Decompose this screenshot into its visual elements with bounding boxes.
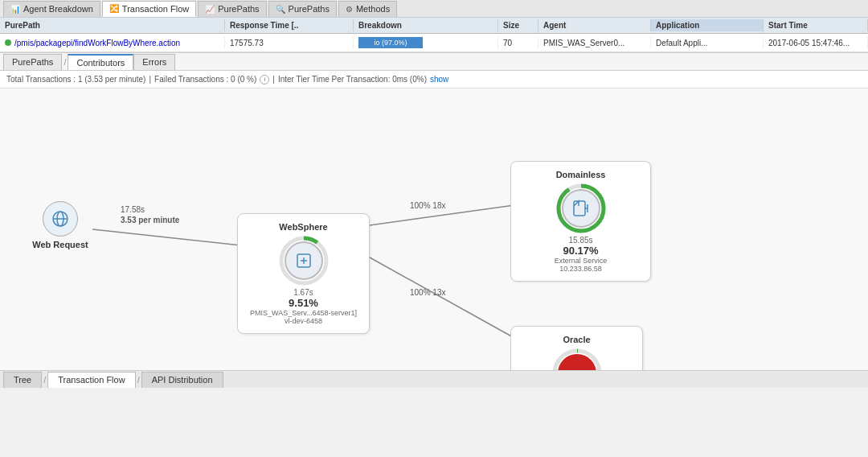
cell-response-time: 17575.73 bbox=[225, 37, 354, 49]
domainless-time: 15.85s bbox=[519, 236, 642, 245]
cell-breakdown: io (97.0%) bbox=[354, 35, 498, 50]
col-start-time: Start Time bbox=[764, 19, 868, 31]
failed-transactions-text: Failed Transactions : 0 (0 %) bbox=[154, 75, 256, 84]
svg-line-2 bbox=[370, 257, 514, 338]
bottom-tab-api-distribution[interactable]: API Distribution bbox=[141, 372, 223, 388]
arrow1-label2: 3.53 per minute bbox=[121, 216, 179, 224]
domainless-ring bbox=[555, 183, 607, 234]
bottom-tab-api-distribution-label: API Distribution bbox=[152, 375, 213, 385]
col-response-time: Response Time [.. bbox=[225, 19, 354, 31]
domainless-title: Domainless bbox=[519, 170, 642, 179]
svg-line-0 bbox=[92, 229, 241, 245]
tab-purepaths1-label: PurePaths bbox=[218, 4, 259, 14]
tab-purepaths2-label: PurePaths bbox=[289, 4, 330, 14]
websphere-inner-icon bbox=[285, 241, 323, 280]
arrow3-label: 100% 13x bbox=[410, 288, 445, 297]
bottom-tab-transaction-flow-label: Transaction Flow bbox=[58, 375, 125, 385]
arrow2-label: 100% 18x bbox=[410, 201, 445, 210]
websphere-sub1: PMIS_WAS_Serv...6458-server1] bbox=[246, 309, 361, 317]
domainless-inner-icon bbox=[562, 189, 600, 228]
sub-tab-separator-1: / bbox=[62, 57, 68, 67]
bottom-tab-sep-1: / bbox=[42, 375, 47, 385]
total-transactions-text: Total Transactions : 1 (3.53 per minute) bbox=[6, 75, 145, 84]
transaction-flow-icon: 🔀 bbox=[109, 4, 119, 13]
domainless-sub1: External Service bbox=[519, 257, 642, 265]
col-breakdown: Breakdown bbox=[354, 19, 498, 31]
col-agent: Agent bbox=[538, 19, 651, 31]
stats-separator-2: | bbox=[272, 75, 275, 84]
purepaths1-icon: 📈 bbox=[205, 5, 215, 14]
table-area: PurePath Response Time [.. Breakdown Siz… bbox=[0, 18, 868, 53]
tab-agent-breakdown-label: Agent Breakdown bbox=[23, 4, 93, 14]
domainless-node[interactable]: Domainless 15.85s 90.17% External Servic… bbox=[510, 161, 651, 282]
websphere-ring bbox=[278, 235, 330, 286]
inter-tier-text: Inter Tier Time Per Transaction: 0ms (0%… bbox=[278, 75, 427, 84]
col-purepath: PurePath bbox=[0, 19, 225, 31]
flow-svg bbox=[0, 89, 868, 370]
sub-tab-purepaths-label: PurePaths bbox=[12, 57, 53, 67]
tab-agent-breakdown[interactable]: 📊 Agent Breakdown bbox=[3, 1, 100, 17]
tab-purepaths-1[interactable]: 📈 PurePaths bbox=[198, 1, 266, 17]
tab-methods[interactable]: ⚙ Methods bbox=[338, 1, 397, 17]
methods-icon: ⚙ bbox=[346, 5, 353, 14]
bottom-tab-sep-2: / bbox=[136, 375, 141, 385]
top-nav-bar: 📊 Agent Breakdown 🔀 Transaction Flow 📈 P… bbox=[0, 0, 868, 18]
websphere-title: WebSphere bbox=[246, 222, 361, 232]
purepaths2-icon: 🔍 bbox=[276, 5, 285, 14]
sub-tab-contributors-label: Contributors bbox=[76, 58, 125, 68]
col-application: Application bbox=[651, 19, 764, 31]
arrow1-label1: 17.58s bbox=[121, 205, 145, 214]
arrow1-time: 17.58s bbox=[121, 205, 145, 214]
table-row[interactable]: /pmis/packagepi/findWorkFlowByWhere.acti… bbox=[0, 34, 868, 52]
table-header: PurePath Response Time [.. Breakdown Siz… bbox=[0, 18, 868, 34]
oracle-node[interactable]: Oracle ORACLE 55.42ms 0.32% ora12c 10.23… bbox=[510, 326, 643, 370]
bottom-tab-tree[interactable]: Tree bbox=[3, 372, 42, 388]
arrow3-text: 100% 13x bbox=[410, 288, 445, 297]
domainless-sub2: 10.233.86.58 bbox=[519, 265, 642, 273]
web-request-icon bbox=[43, 201, 78, 237]
cell-path[interactable]: /pmis/packagepi/findWorkFlowByWhere.acti… bbox=[0, 37, 225, 49]
tab-purepaths-2[interactable]: 🔍 PurePaths bbox=[268, 1, 337, 17]
cell-size: 70 bbox=[498, 37, 538, 49]
sub-tab-contributors[interactable]: Contributors bbox=[68, 54, 133, 70]
col-size: Size bbox=[498, 19, 538, 31]
agent-breakdown-icon: 📊 bbox=[10, 5, 20, 14]
status-dot bbox=[5, 39, 11, 46]
stats-bar: Total Transactions : 1 (3.53 per minute)… bbox=[0, 71, 868, 89]
sub-tab-errors-label: Errors bbox=[142, 57, 166, 67]
breakdown-bar: io (97.0%) bbox=[358, 37, 493, 48]
show-link[interactable]: show bbox=[430, 75, 448, 84]
websphere-node[interactable]: WebSphere 1.67s 9.51% PMIS_WAS_Serv...64… bbox=[237, 213, 370, 334]
oracle-ring: ORACLE bbox=[551, 348, 603, 370]
arrow1-rate: 3.53 per minute bbox=[121, 216, 179, 224]
web-request-node: Web Request bbox=[24, 201, 96, 249]
websphere-sub2: vl-dev-6458 bbox=[246, 317, 361, 325]
bottom-tabs-bar: Tree / Transaction Flow / API Distributi… bbox=[0, 370, 868, 388]
arrow2-text: 100% 18x bbox=[410, 201, 445, 210]
stats-separator-1: | bbox=[149, 75, 151, 84]
websphere-pct: 9.51% bbox=[246, 297, 361, 309]
cell-agent: PMIS_WAS_Server0... bbox=[538, 37, 651, 49]
path-text: /pmis/packagepi/findWorkFlowByWhere.acti… bbox=[14, 39, 180, 47]
flow-area: 17.58s 3.53 per minute 100% 18x 100% 13x… bbox=[0, 89, 868, 370]
tab-transaction-flow-label: Transaction Flow bbox=[122, 4, 189, 14]
cell-start-time: 2017-06-05 15:47:46... bbox=[764, 37, 868, 49]
oracle-title: Oracle bbox=[519, 335, 634, 344]
info-icon[interactable]: i bbox=[260, 75, 269, 84]
bottom-tab-tree-label: Tree bbox=[14, 375, 31, 385]
domainless-pct: 90.17% bbox=[519, 245, 642, 257]
cell-application: Default Appli... bbox=[651, 37, 764, 49]
tab-transaction-flow[interactable]: 🔀 Transaction Flow bbox=[102, 1, 196, 17]
tab-methods-label: Methods bbox=[356, 4, 390, 14]
web-request-label: Web Request bbox=[24, 240, 96, 249]
breakdown-bar-fill: io (97.0%) bbox=[358, 37, 423, 48]
sub-tab-purepaths[interactable]: PurePaths bbox=[3, 54, 62, 70]
websphere-time: 1.67s bbox=[246, 288, 361, 297]
bottom-tab-transaction-flow[interactable]: Transaction Flow bbox=[47, 372, 135, 388]
sub-tabs-bar: PurePaths / Contributors Errors bbox=[0, 53, 868, 71]
sub-tab-errors[interactable]: Errors bbox=[133, 54, 175, 70]
